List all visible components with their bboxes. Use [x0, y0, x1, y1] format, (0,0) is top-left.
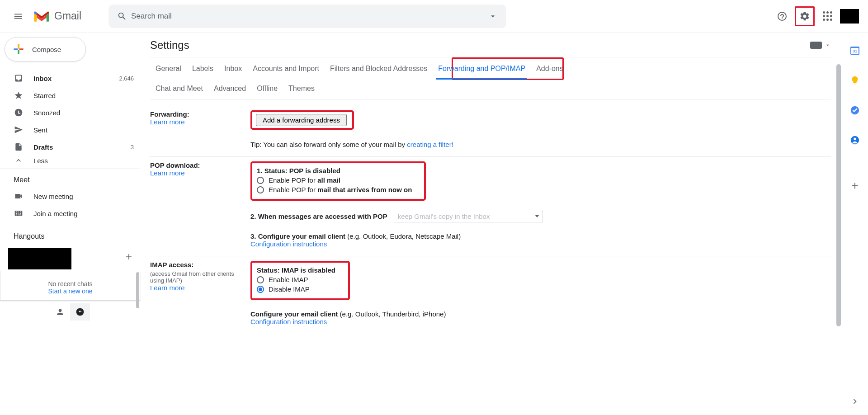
tab-advanced[interactable]: Advanced [208, 79, 251, 99]
sidebar-item-snoozed[interactable]: Snoozed [0, 104, 140, 121]
imap-learn-more[interactable]: Learn more [150, 284, 185, 292]
input-tools-button[interactable] [810, 42, 831, 49]
tab-inbox[interactable]: Inbox [219, 59, 247, 79]
sidebar-item-less[interactable]: Less [0, 156, 140, 165]
radio-checked-icon [257, 286, 264, 293]
keep-icon [850, 75, 860, 85]
contacts-app[interactable] [846, 131, 864, 149]
pop-config-link[interactable]: Configuration instructions [250, 240, 327, 248]
tab-labels[interactable]: Labels [187, 59, 219, 79]
hangouts-panel: No recent chats Start a new one [0, 271, 140, 301]
hangouts-tab[interactable] [70, 303, 90, 321]
svg-point-7 [854, 138, 856, 141]
compose-button[interactable]: Compose [5, 37, 86, 61]
forwarding-learn-more[interactable]: Learn more [150, 118, 185, 126]
hangouts-user-badge[interactable] [8, 248, 71, 269]
plus-icon [850, 181, 860, 191]
sidebar: Compose Inbox 2,646 Starred Snoozed [0, 33, 140, 415]
svg-text:31: 31 [852, 49, 857, 53]
side-panel: 31 [841, 33, 868, 415]
person-circle-icon [850, 135, 860, 145]
pop-heading: POP download: [150, 161, 246, 169]
highlight-box: 1. Status: POP is disabled Enable POP fo… [250, 161, 426, 201]
inbox-icon [14, 73, 24, 83]
imap-disable[interactable]: Disable IMAP [257, 285, 341, 293]
imap-status: Status: IMAP is disabled [257, 266, 341, 274]
main-content: Settings General Labels Inbox Accounts a… [140, 33, 868, 415]
header-actions [772, 6, 859, 26]
scrollbar-thumb[interactable] [836, 64, 841, 326]
get-addons[interactable] [846, 177, 864, 195]
support-button[interactable] [772, 6, 792, 26]
sidebar-item-inbox[interactable]: Inbox 2,646 [0, 70, 140, 87]
hide-panel[interactable] [846, 392, 864, 410]
tasks-icon [850, 105, 860, 115]
tasks-app[interactable] [846, 101, 864, 119]
search-button[interactable] [113, 7, 131, 25]
pop-status: 1. Status: POP is disabled [257, 167, 417, 174]
keep-app[interactable] [846, 71, 864, 90]
imap-enable[interactable]: Enable IMAP [257, 276, 341, 283]
page-title: Settings [150, 39, 189, 52]
meet-join-meeting[interactable]: Join a meeting [0, 205, 140, 222]
sidebar-item-starred[interactable]: Starred [0, 87, 140, 104]
tab-filters[interactable]: Filters and Blocked Addresses [325, 59, 433, 79]
create-filter-link[interactable]: creating a filter! [407, 141, 453, 148]
tab-forwarding[interactable]: Forwarding and POP/IMAP [433, 59, 531, 79]
imap-config-link[interactable]: Configuration instructions [250, 318, 327, 325]
pop-enable-new[interactable]: Enable POP for mail that arrives from no… [257, 186, 417, 193]
calendar-app[interactable]: 31 [846, 42, 864, 60]
tab-general[interactable]: General [150, 59, 187, 79]
sidebar-item-label: Snoozed [33, 109, 134, 117]
file-icon [14, 142, 24, 152]
tab-chat[interactable]: Chat and Meet [150, 79, 208, 99]
hangouts-heading: Hangouts [8, 226, 45, 244]
send-icon [14, 125, 24, 135]
hamburger-icon [13, 11, 23, 21]
sidebar-item-drafts[interactable]: Drafts 3 [0, 138, 140, 156]
scrollbar-thumb[interactable] [136, 272, 139, 308]
gmail-logo[interactable]: Gmail [33, 9, 81, 23]
search-options-button[interactable] [484, 7, 502, 25]
help-icon [777, 11, 788, 22]
contacts-tab[interactable] [50, 303, 70, 321]
pop-section: POP download: Learn more 1. Status: POP … [150, 157, 831, 256]
radio-icon [257, 276, 264, 283]
account-avatar[interactable] [840, 9, 859, 24]
plus-icon [11, 42, 26, 57]
sidebar-item-label: Starred [33, 92, 134, 99]
caret-down-icon [825, 42, 831, 48]
pop-learn-more[interactable]: Learn more [150, 169, 185, 177]
tab-offline[interactable]: Offline [251, 79, 283, 99]
sidebar-item-label: Less [33, 157, 134, 165]
keyboard-icon [14, 208, 24, 218]
pop-enable-all[interactable]: Enable POP for all mail [257, 176, 417, 184]
tab-addons[interactable]: Add-ons [531, 59, 569, 79]
pop-action-select[interactable]: keep Gmail's copy in the Inbox [394, 210, 543, 222]
forwarding-heading: Forwarding: [150, 110, 246, 118]
start-chat-link[interactable]: Start a new one [48, 288, 92, 295]
meet-heading: Meet [0, 170, 140, 188]
radio-icon [257, 186, 264, 193]
hangouts-add-button[interactable]: + [126, 250, 132, 263]
sidebar-item-sent[interactable]: Sent [0, 121, 140, 138]
imap-subheading: (access Gmail from other clients using I… [150, 270, 246, 284]
sidebar-item-label: Inbox [33, 75, 119, 82]
meet-new-meeting[interactable]: New meeting [0, 188, 140, 205]
svg-rect-0 [18, 44, 19, 48]
search-input[interactable] [131, 12, 484, 21]
add-forwarding-button[interactable]: Add a forwarding address [256, 114, 347, 126]
tab-accounts[interactable]: Accounts and Import [247, 59, 325, 79]
pop-q3: 3. Configure your email client (e.g. Out… [250, 232, 831, 240]
search-bar [108, 5, 506, 28]
compose-label: Compose [32, 46, 61, 53]
tab-themes[interactable]: Themes [283, 79, 320, 99]
imap-conf-text: Configure your email client (e.g. Outloo… [250, 310, 831, 318]
keyboard-icon [810, 42, 822, 49]
search-icon [117, 11, 127, 21]
star-icon [14, 90, 24, 100]
main-menu-button[interactable] [7, 5, 29, 27]
apps-button[interactable] [817, 6, 837, 26]
caret-down-icon [488, 12, 497, 21]
settings-button[interactable] [795, 6, 815, 26]
